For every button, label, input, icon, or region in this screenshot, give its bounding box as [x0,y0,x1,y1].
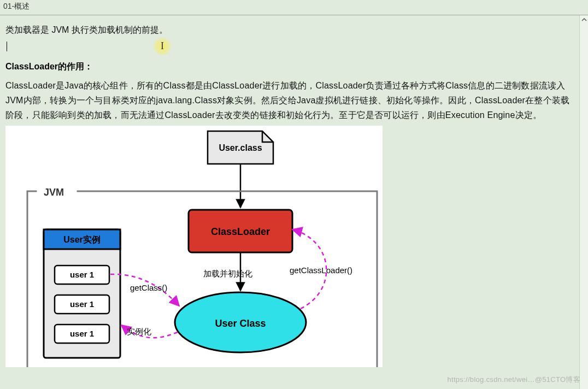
file-box: User.class [208,131,273,164]
classloader-label: ClassLoader [211,226,270,237]
label-getclass: getClass() [130,283,167,292]
scroll-up-button[interactable] [580,15,588,24]
document-body: 类加载器是 JVM 执行类加载机制的前提。 I ClassLoader的作用： … [0,15,579,389]
intro-line: 类加载器是 JVM 执行类加载机制的前提。 [5,23,574,37]
chevron-up-icon [581,17,587,22]
vertical-scrollbar[interactable] [579,15,588,389]
jvm-label: JVM [44,187,64,198]
instance-panel: User实例 user 1 user 1 user 1 [44,229,120,358]
editor-cursor-line[interactable]: I [5,40,574,52]
file-box-label: User.class [219,143,262,152]
user-class-label: User Class [215,318,266,329]
section-heading: ClassLoader的作用： [5,61,574,73]
label-load-init: 加载并初始化 [203,269,252,278]
text-cursor-icon [7,42,7,51]
watermark-text: https://blog.csdn.net/wei…@51CTO博客 [447,375,580,385]
instance-item-2: user 1 [70,329,94,338]
instance-item-0: user 1 [70,270,94,279]
window-title: 01-概述 [0,0,588,15]
instance-item-1: user 1 [70,299,94,309]
label-instantiate: 实例化 [127,327,151,336]
ibeam-cursor-icon: I [153,37,172,56]
classloader-box: ClassLoader [189,210,292,252]
instance-panel-title: User实例 [63,235,101,244]
body-paragraph: ClassLoader是Java的核心组件，所有的Class都是由ClassLo… [5,78,574,123]
label-getclassloader: getClassLoader() [290,266,352,275]
jvm-classloader-diagram: User.class JVM ClassLoader 加载并初始化 User [5,126,383,367]
user-class-ellipse: User Class [175,292,306,352]
